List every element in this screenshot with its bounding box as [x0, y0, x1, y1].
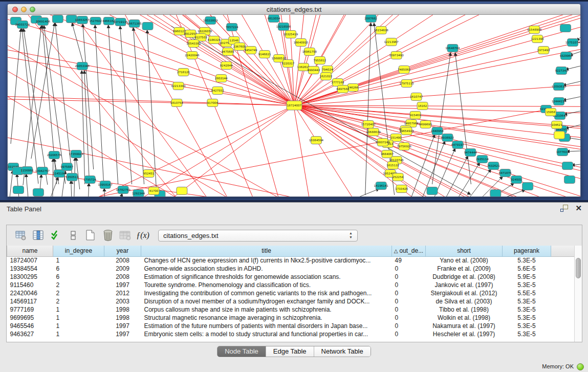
row-height-icon[interactable] [67, 229, 79, 242]
column-header-title[interactable]: title [141, 246, 392, 256]
graph-node[interactable] [33, 189, 43, 196]
function-builder-icon[interactable]: ƒ(x) [137, 229, 149, 242]
graph-node[interactable]: 746266 [347, 84, 359, 92]
graph-node[interactable]: 16961758 [302, 48, 317, 56]
graph-node[interactable]: 1156868 [21, 167, 34, 174]
table-row[interactable]: 1456911722003Disruption of a novel membe… [7, 297, 575, 305]
graph-node[interactable]: 29053346 [75, 62, 90, 70]
table-row[interactable]: 1830029562008Estimation of significance … [7, 273, 575, 281]
table-row[interactable]: 977716911998Corpus callosum shape and si… [7, 305, 575, 314]
close-icon[interactable]: ✕ [575, 205, 582, 212]
tab-edge-table[interactable]: Edge Table [266, 346, 314, 357]
table-row[interactable]: 911546021997Tourette syndrome. Phenomeno… [7, 281, 575, 289]
graph-node[interactable]: 1527602 [89, 17, 102, 25]
graph-node[interactable]: 9474444 [464, 149, 477, 157]
graph-node[interactable]: 1810754 [170, 99, 183, 107]
graph-node[interactable]: 1733426 [395, 185, 408, 193]
graph-node[interactable]: 6497568 [336, 85, 349, 93]
column-header-name[interactable]: name [7, 246, 53, 256]
table-row[interactable]: 946362711997Embryonic stem cells: a mode… [7, 330, 575, 338]
graph-node[interactable]: 41700 [148, 187, 159, 195]
graph-node[interactable]: 1973493 [537, 47, 550, 54]
graph-node[interactable] [427, 187, 438, 195]
graph-node[interactable]: 10653257 [75, 16, 90, 24]
graph-node[interactable]: 8938923 [441, 134, 454, 142]
table-selector-dropdown[interactable]: citations_edges.txt ▲▼ [158, 230, 358, 242]
graph-node[interactable]: 17359924 [69, 150, 84, 158]
graph-node[interactable]: 8186328 [208, 36, 221, 44]
graph-node[interactable]: 16033809 [203, 17, 218, 25]
graph-node[interactable]: 24055724 [15, 21, 30, 29]
graph-node[interactable]: 1840954 [431, 127, 444, 135]
graph-node[interactable]: 12093832 [552, 83, 566, 91]
graph-node[interactable]: 19218586 [276, 23, 291, 31]
graph-node[interactable]: 1350513 [66, 173, 78, 181]
graph-node[interactable]: 12213343 [171, 82, 186, 90]
graph-node[interactable] [560, 25, 571, 32]
table-settings-icon[interactable] [15, 229, 27, 242]
graph-node[interactable]: 19654923 [399, 127, 414, 135]
tab-network-table[interactable]: Network Table [314, 346, 371, 357]
table-row[interactable]: 1872400712008Changes of HCN gene express… [7, 256, 575, 265]
delete-table-icon[interactable] [119, 229, 132, 242]
graph-node[interactable]: 18724007 [287, 101, 302, 110]
graph-node[interactable]: 8427552 [211, 87, 224, 95]
network-window-titlebar[interactable]: citations_edges.txt [8, 4, 580, 15]
graph-node[interactable]: 2803144 [215, 75, 228, 82]
graph-node[interactable]: 8454749 [245, 47, 257, 54]
graph-node[interactable]: 7955812 [313, 57, 326, 64]
table-row[interactable]: 2242004622012Investigating the contribut… [7, 289, 575, 297]
graph-node[interactable]: 10543382 [186, 40, 201, 48]
graph-node[interactable]: 14196141 [374, 182, 389, 190]
graph-node[interactable]: 11548908 [527, 26, 542, 34]
graph-node[interactable]: 15751074 [565, 39, 580, 47]
table-row[interactable]: 969969511998Structural magnetic resonanc… [7, 314, 575, 322]
column-header-short[interactable]: short [426, 246, 503, 256]
graph-node[interactable]: 15720407 [361, 121, 376, 128]
graph-node[interactable]: 2087682 [364, 15, 377, 23]
float-window-icon[interactable] [560, 205, 568, 212]
graph-node[interactable]: 18807249 [376, 139, 390, 146]
graph-node[interactable]: 12444154 [552, 98, 567, 105]
graph-node[interactable]: 16640910 [294, 39, 309, 47]
graph-node[interactable]: 79756928 [397, 143, 411, 150]
graph-node[interactable]: 1221398 [531, 35, 544, 43]
graph-node[interactable]: 10325419 [284, 31, 298, 38]
select-all-rows-icon[interactable] [50, 229, 62, 242]
network-canvas[interactable]: 2405572430691406106532571527602846616210… [8, 15, 580, 197]
graph-node[interactable]: 2935114 [476, 156, 489, 163]
graph-node[interactable]: 1292344 [132, 190, 145, 198]
graph-node[interactable]: 7632621 [487, 162, 500, 170]
graph-node[interactable]: 9990443 [308, 67, 320, 74]
delete-column-icon[interactable] [102, 229, 114, 242]
graph-node[interactable] [562, 162, 573, 170]
column-header-out_de[interactable]: △out_de... [392, 246, 426, 256]
graph-node[interactable]: 104621 [551, 121, 562, 129]
graph-node[interactable]: 16162 [417, 102, 428, 110]
graph-node[interactable]: 12213967 [384, 38, 399, 46]
graph-node[interactable]: 1610747 [410, 93, 423, 101]
memory-status-indicator[interactable] [577, 363, 584, 370]
graph-node[interactable] [52, 15, 63, 23]
graph-node[interactable]: 9975887 [60, 163, 73, 171]
graph-node[interactable]: 16154838 [374, 27, 389, 34]
graph-node[interactable]: 6479197 [451, 141, 464, 149]
graph-node[interactable] [13, 186, 24, 194]
graph-node[interactable] [522, 183, 533, 190]
graph-node[interactable]: 9475685 [222, 48, 234, 56]
graph-node[interactable] [177, 187, 187, 195]
create-column-icon[interactable] [84, 229, 97, 242]
graph-node[interactable] [142, 23, 153, 30]
scrollbar-thumb[interactable] [576, 258, 581, 278]
graph-node[interactable]: 8471876 [499, 169, 512, 177]
graph-node[interactable]: 952451 [143, 170, 155, 178]
graph-node[interactable]: 8813054 [268, 15, 280, 23]
graph-node[interactable]: 917004 [207, 99, 219, 107]
graph-node[interactable]: 17975115 [399, 80, 414, 87]
graph-node[interactable]: 1077603 [556, 148, 569, 156]
graph-node[interactable]: 10958167 [98, 181, 113, 189]
graph-node[interactable]: 10719135 [113, 18, 128, 26]
graph-node[interactable]: 10973493 [389, 52, 404, 59]
graph-node[interactable]: 915469 [410, 112, 421, 119]
graph-node[interactable]: 16782759 [116, 186, 130, 194]
